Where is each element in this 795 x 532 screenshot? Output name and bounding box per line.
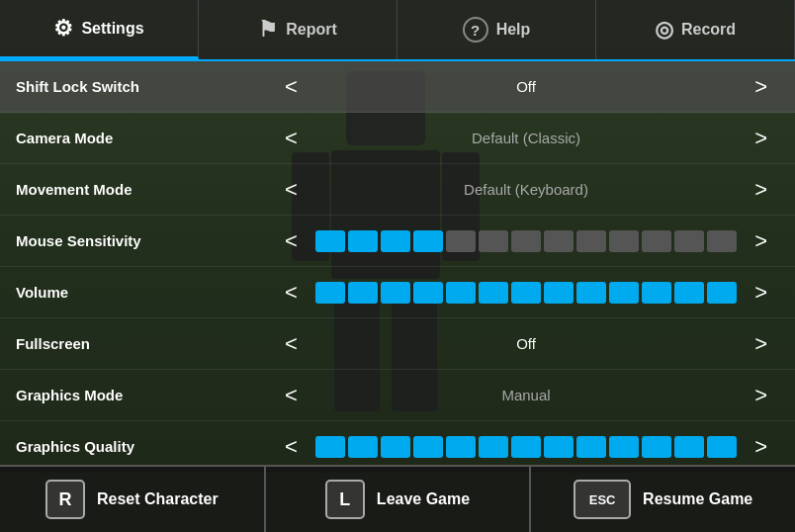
slider-block	[544, 436, 574, 458]
mouse-sensitivity-next[interactable]: >	[743, 228, 779, 254]
graphics-quality-control: < >	[273, 434, 779, 460]
mouse-sensitivity-control: < >	[273, 228, 779, 254]
settings-icon: ⚙	[53, 18, 73, 40]
setting-row-camera-mode: Camera Mode < Default (Classic) >	[0, 113, 795, 164]
leave-game-button[interactable]: L Leave Game	[266, 467, 532, 532]
camera-mode-control: < Default (Classic) >	[273, 126, 779, 151]
slider-block	[544, 230, 574, 252]
slider-block	[413, 282, 443, 304]
volume-slider[interactable]	[309, 282, 743, 304]
graphics-mode-next[interactable]: >	[743, 383, 779, 408]
volume-next[interactable]: >	[743, 280, 779, 306]
setting-row-movement-mode: Movement Mode < Default (Keyboard) >	[0, 164, 795, 216]
fullscreen-value: Off	[309, 335, 743, 352]
report-icon: ⚑	[258, 19, 278, 41]
mouse-sensitivity-label: Mouse Sensitivity	[16, 232, 273, 249]
shift-lock-prev[interactable]: <	[273, 74, 309, 100]
slider-block	[576, 230, 606, 252]
tab-help[interactable]: ? Help	[398, 0, 596, 59]
slider-block	[315, 282, 345, 304]
movement-mode-prev[interactable]: <	[273, 177, 309, 203]
graphics-mode-prev[interactable]: <	[273, 383, 309, 408]
slider-block	[609, 282, 639, 304]
reset-character-button[interactable]: R Reset Character	[0, 467, 266, 532]
slider-block	[609, 230, 639, 252]
slider-block	[479, 230, 508, 252]
record-icon: ◎	[655, 19, 673, 41]
shift-lock-control: < Off >	[273, 74, 779, 100]
slider-block	[381, 282, 410, 304]
slider-block	[674, 436, 704, 458]
slider-block	[707, 436, 737, 458]
shift-lock-next[interactable]: >	[743, 74, 779, 100]
slider-block	[413, 230, 443, 252]
slider-block	[446, 230, 476, 252]
leave-game-label: Leave Game	[377, 490, 470, 508]
slider-block	[707, 282, 737, 304]
slider-block	[446, 282, 476, 304]
slider-block	[609, 436, 639, 458]
graphics-quality-next[interactable]: >	[743, 434, 779, 460]
volume-control: < >	[273, 280, 779, 306]
slider-block	[576, 436, 606, 458]
slider-block	[381, 230, 410, 252]
resume-game-button[interactable]: ESC Resume Game	[531, 467, 795, 532]
graphics-quality-label: Graphics Quality	[16, 438, 273, 455]
slider-block	[642, 230, 671, 252]
graphics-quality-slider[interactable]	[309, 436, 743, 458]
fullscreen-next[interactable]: >	[743, 331, 779, 357]
slider-block	[315, 436, 345, 458]
movement-mode-value: Default (Keyboard)	[309, 181, 743, 198]
camera-mode-value: Default (Classic)	[309, 130, 743, 146]
fullscreen-prev[interactable]: <	[273, 331, 309, 357]
mouse-sensitivity-slider[interactable]	[309, 230, 743, 252]
graphics-mode-value: Manual	[309, 387, 743, 403]
fullscreen-label: Fullscreen	[16, 335, 273, 352]
movement-mode-control: < Default (Keyboard) >	[273, 177, 779, 203]
help-icon: ?	[463, 17, 488, 43]
slider-block	[348, 282, 378, 304]
action-bar: R Reset Character L Leave Game ESC Resum…	[0, 465, 795, 532]
movement-mode-label: Movement Mode	[16, 181, 273, 198]
reset-character-label: Reset Character	[97, 490, 219, 508]
topbar: ⚙ Settings ⚑ Report ? Help ◎ Record	[0, 0, 795, 61]
volume-label: Volume	[16, 284, 273, 301]
tab-report-label: Report	[286, 21, 337, 39]
graphics-quality-prev[interactable]: <	[273, 434, 309, 460]
slider-block	[315, 230, 345, 252]
setting-row-volume: Volume < >	[0, 267, 795, 318]
setting-row-fullscreen: Fullscreen < Off >	[0, 318, 795, 370]
tab-help-label: Help	[496, 21, 531, 39]
slider-block	[511, 230, 541, 252]
shift-lock-label: Shift Lock Switch	[16, 78, 273, 95]
tab-settings-label: Settings	[81, 20, 143, 38]
tab-settings[interactable]: ⚙ Settings	[0, 0, 199, 59]
camera-mode-next[interactable]: >	[743, 126, 779, 151]
slider-block	[381, 436, 410, 458]
volume-prev[interactable]: <	[273, 280, 309, 306]
movement-mode-next[interactable]: >	[743, 177, 779, 203]
graphics-mode-control: < Manual >	[273, 383, 779, 408]
tab-report[interactable]: ⚑ Report	[199, 0, 398, 59]
reset-key-badge: R	[45, 480, 85, 519]
resume-key-badge: ESC	[574, 480, 631, 519]
graphics-mode-label: Graphics Mode	[16, 387, 273, 403]
slider-block	[707, 230, 737, 252]
settings-panel: Shift Lock Switch < Off > Camera Mode < …	[0, 61, 795, 473]
slider-block	[348, 436, 378, 458]
slider-block	[348, 230, 378, 252]
slider-block	[642, 436, 671, 458]
mouse-sensitivity-prev[interactable]: <	[273, 228, 309, 254]
slider-block	[413, 436, 443, 458]
slider-block	[479, 436, 508, 458]
slider-block	[642, 282, 671, 304]
shift-lock-value: Off	[309, 78, 743, 95]
setting-row-shift-lock: Shift Lock Switch < Off >	[0, 61, 795, 113]
tab-record-label: Record	[681, 21, 736, 39]
fullscreen-control: < Off >	[273, 331, 779, 357]
camera-mode-prev[interactable]: <	[273, 126, 309, 151]
tab-record[interactable]: ◎ Record	[596, 0, 795, 59]
slider-block	[511, 282, 541, 304]
slider-block	[446, 436, 476, 458]
leave-key-badge: L	[325, 480, 365, 519]
